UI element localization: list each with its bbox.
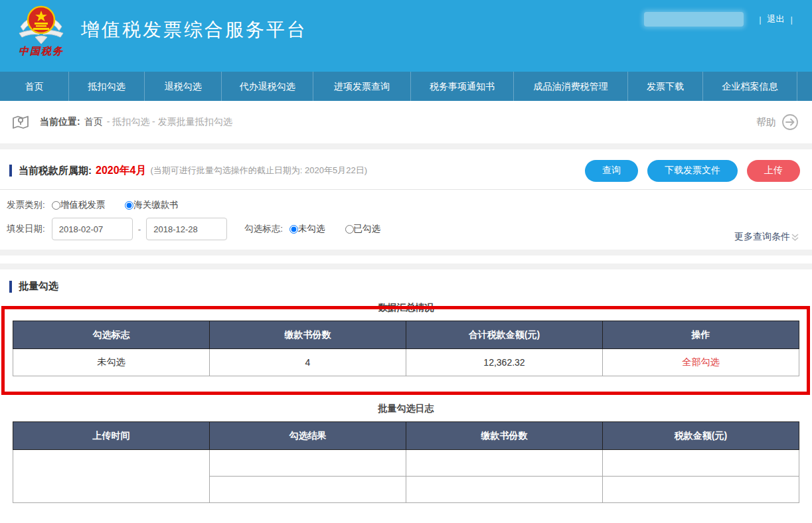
nav-tab-deduction-check[interactable]: 抵扣勾选 bbox=[69, 72, 145, 101]
col-payment-doc-count: 缴款书份数 bbox=[406, 422, 603, 450]
col-check-result: 勾选结果 bbox=[210, 422, 406, 450]
checked-flag-radio[interactable] bbox=[345, 225, 354, 234]
check-all-link[interactable]: 全部勾选 bbox=[683, 356, 720, 367]
customs-payment-radio[interactable] bbox=[125, 201, 133, 210]
upload-button[interactable]: 上传 bbox=[747, 160, 800, 182]
cell-upload-time bbox=[13, 450, 210, 503]
table-row bbox=[13, 450, 799, 477]
vat-invoice-radio-label: 增值税发票 bbox=[60, 199, 106, 211]
issue-date-label: 填发日期: bbox=[7, 223, 45, 235]
separator-pipe: | bbox=[759, 15, 761, 25]
arrow-right-circle-icon bbox=[781, 113, 799, 131]
cell-tax-amount bbox=[603, 477, 799, 503]
more-query-conditions-link[interactable]: 更多查询条件 bbox=[730, 231, 800, 243]
accent-bar bbox=[9, 165, 12, 177]
header-user-area: | 退出 | bbox=[644, 12, 799, 27]
query-button[interactable]: 查询 bbox=[585, 160, 638, 182]
more-query-conditions-label: 更多查询条件 bbox=[734, 231, 790, 243]
action-buttons: 查询 下载发票文件 上传 bbox=[585, 160, 800, 182]
help-label: 帮助 bbox=[756, 116, 776, 129]
col-total-tax-amount: 合计税款金额(元) bbox=[406, 321, 603, 349]
nav-tab-input-invoice-query[interactable]: 进项发票查询 bbox=[313, 72, 411, 101]
app-header: 中国税务 增值税发票综合服务平台 | 退出 | bbox=[0, 0, 812, 72]
radio-vat-invoice[interactable]: 增值税发票 bbox=[52, 199, 106, 211]
nav-tab-refund-check[interactable]: 退税勾选 bbox=[145, 72, 222, 101]
date-range-dash: - bbox=[138, 224, 141, 234]
invoice-type-label: 发票类别: bbox=[7, 199, 45, 211]
summary-table-title: 数据汇总情况 bbox=[0, 302, 812, 314]
col-tax-amount: 税款金额(元) bbox=[603, 422, 799, 450]
checked-flag-radio-label: 已勾选 bbox=[354, 223, 381, 235]
nav-tab-refined-oil-tax[interactable]: 成品油消费税管理 bbox=[514, 72, 628, 101]
cell-tax-amount bbox=[603, 450, 799, 477]
period-deadline-note: (当期可进行批量勾选操作的截止日期为: 2020年5月22日) bbox=[151, 165, 368, 177]
redacted-company-name bbox=[644, 12, 744, 27]
nav-tab-agent-refund-check[interactable]: 代办退税勾选 bbox=[222, 72, 313, 101]
breadcrumb: 当前位置: 首页 - 抵扣勾选 - 发票批量抵扣勾选 帮助 bbox=[0, 101, 812, 143]
breadcrumb-label: 当前位置: bbox=[40, 116, 80, 128]
col-check-flag: 勾选标志 bbox=[13, 321, 210, 349]
log-table-title: 批量勾选日志 bbox=[0, 403, 812, 415]
help-link[interactable]: 帮助 bbox=[756, 113, 799, 131]
cell-check-flag: 未勾选 bbox=[13, 349, 210, 376]
nav-tab-invoice-download[interactable]: 发票下载 bbox=[628, 72, 703, 101]
nav-tab-home[interactable]: 首页 bbox=[0, 72, 69, 101]
period-value: 2020年4月 bbox=[96, 164, 147, 178]
page: 中国税务 增值税发票综合服务平台 | 退出 | 首页 抵扣勾选 退税勾选 代办退… bbox=[0, 0, 812, 523]
separator-band bbox=[0, 263, 812, 269]
filter-form: 发票类别: 增值税发票 海关缴款书 填发日期: - 勾选标志: 未勾选 已勾选 bbox=[0, 190, 812, 240]
page-title: 增值税发票综合服务平台 bbox=[81, 17, 307, 42]
table-header-row: 上传时间 勾选结果 缴款书份数 税款金额(元) bbox=[13, 422, 799, 450]
cell-payment-doc-count bbox=[406, 477, 603, 503]
batch-check-log-table: 上传时间 勾选结果 缴款书份数 税款金额(元) bbox=[13, 421, 799, 503]
cell-total-tax-amount: 12,362.32 bbox=[406, 349, 603, 376]
cell-check-result bbox=[210, 477, 406, 503]
download-invoice-file-button[interactable]: 下载发票文件 bbox=[647, 160, 738, 182]
radio-unchecked-flag[interactable]: 未勾选 bbox=[289, 223, 325, 235]
unchecked-flag-radio[interactable] bbox=[289, 225, 298, 234]
period-label: 当前税款所属期: bbox=[19, 165, 92, 177]
tax-period-bar: 当前税款所属期: 2020年4月 (当期可进行批量勾选操作的截止日期为: 202… bbox=[9, 159, 800, 183]
issue-date-row: 填发日期: - 勾选标志: 未勾选 已勾选 bbox=[7, 218, 800, 240]
separator-pipe: | bbox=[791, 15, 793, 25]
separator-band bbox=[0, 250, 812, 256]
nav-tab-tax-notice[interactable]: 税务事项通知书 bbox=[411, 72, 514, 101]
nav-tab-enterprise-profile[interactable]: 企业档案信息 bbox=[703, 72, 797, 101]
col-payment-doc-count: 缴款书份数 bbox=[210, 321, 406, 349]
batch-check-section-title: 批量勾选 bbox=[19, 280, 58, 293]
breadcrumb-home[interactable]: 首页 bbox=[84, 116, 103, 128]
check-flag-label: 勾选标志: bbox=[244, 223, 283, 235]
radio-checked-flag[interactable]: 已勾选 bbox=[345, 223, 381, 235]
invoice-type-row: 发票类别: 增值税发票 海关缴款书 bbox=[7, 199, 800, 211]
vat-invoice-radio[interactable] bbox=[52, 201, 60, 210]
main-nav: 首页 抵扣勾选 退税勾选 代办退税勾选 进项发票查询 税务事项通知书 成品油消费… bbox=[0, 72, 812, 101]
table-row: 未勾选 4 12,362.32 全部勾选 bbox=[13, 349, 799, 376]
cell-check-result bbox=[210, 450, 406, 477]
location-map-icon bbox=[11, 112, 31, 132]
customs-payment-radio-label: 海关缴款书 bbox=[133, 199, 179, 211]
cell-payment-doc-count bbox=[406, 450, 603, 477]
breadcrumb-trail: - 抵扣勾选 - 发票批量抵扣勾选 bbox=[107, 116, 232, 128]
unchecked-flag-radio-label: 未勾选 bbox=[298, 223, 325, 235]
table-header-row: 勾选标志 缴款书份数 合计税款金额(元) 操作 bbox=[13, 321, 799, 349]
separator-band bbox=[0, 143, 812, 149]
data-summary-table: 勾选标志 缴款书份数 合计税款金额(元) 操作 未勾选 4 12,362.32 … bbox=[13, 321, 799, 376]
col-upload-time: 上传时间 bbox=[13, 422, 210, 450]
issue-date-from-input[interactable] bbox=[52, 218, 133, 240]
batch-check-section-header: 批量勾选 bbox=[9, 280, 800, 293]
logout-button[interactable]: 退出 bbox=[768, 13, 785, 25]
double-chevron-down-icon bbox=[790, 232, 800, 242]
col-action: 操作 bbox=[603, 321, 799, 349]
tax-bureau-logo: 中国税务 bbox=[8, 4, 74, 58]
cell-payment-doc-count: 4 bbox=[210, 349, 406, 376]
accent-bar bbox=[9, 281, 12, 293]
issue-date-to-input[interactable] bbox=[146, 218, 227, 240]
radio-customs-payment[interactable]: 海关缴款书 bbox=[125, 199, 179, 211]
